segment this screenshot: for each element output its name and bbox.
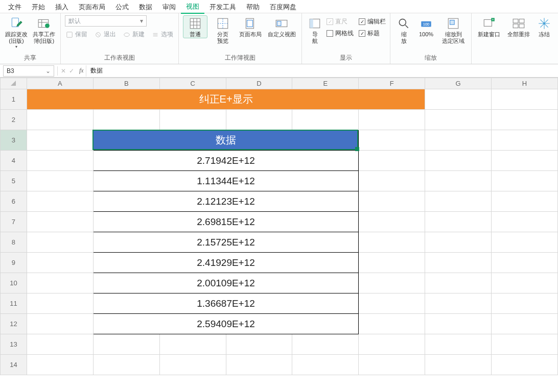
- cell[interactable]: [359, 355, 425, 375]
- view-options-button[interactable]: 选项: [151, 30, 174, 39]
- cell[interactable]: [492, 253, 558, 273]
- formula-input[interactable]: 数据: [86, 65, 558, 77]
- menu-item-4[interactable]: 公式: [110, 1, 134, 13]
- cell[interactable]: [359, 232, 425, 253]
- row-header[interactable]: 7: [1, 212, 27, 232]
- data-header-cell[interactable]: 数据: [93, 130, 359, 151]
- cell[interactable]: [27, 355, 93, 375]
- col-header[interactable]: B: [93, 78, 159, 89]
- share-workbook-button[interactable]: 共享工作 簿(旧版): [32, 15, 56, 45]
- cell[interactable]: [27, 130, 93, 151]
- col-header[interactable]: F: [359, 78, 425, 89]
- cell[interactable]: [292, 334, 359, 355]
- menu-item-3[interactable]: 页面布局: [74, 1, 110, 13]
- cell[interactable]: [425, 273, 492, 293]
- cell[interactable]: [359, 171, 425, 191]
- cell[interactable]: [492, 151, 558, 171]
- cell[interactable]: [27, 273, 93, 293]
- row-header[interactable]: 2: [1, 110, 27, 130]
- cell[interactable]: [359, 253, 425, 273]
- cell[interactable]: [359, 130, 425, 151]
- data-cell[interactable]: 2.71942E+12: [93, 151, 359, 171]
- data-cell[interactable]: 2.69815E+12: [93, 212, 359, 232]
- menu-item-6[interactable]: 审阅: [157, 1, 181, 13]
- cell[interactable]: [226, 334, 292, 355]
- cell[interactable]: [159, 110, 226, 130]
- cell[interactable]: [425, 110, 492, 130]
- menu-item-0[interactable]: 文件: [3, 1, 27, 13]
- data-cell[interactable]: 2.00109E+12: [93, 273, 359, 293]
- col-header[interactable]: C: [159, 78, 226, 89]
- menu-item-7[interactable]: 视图: [181, 1, 204, 14]
- cell[interactable]: [492, 334, 558, 355]
- cell[interactable]: [27, 191, 93, 212]
- zoom-selection-button[interactable]: 缩放到 选定区域: [439, 15, 467, 45]
- cell[interactable]: [425, 253, 492, 273]
- cell[interactable]: [425, 191, 492, 212]
- gridlines-checkbox[interactable]: 网格线: [327, 29, 354, 38]
- cell[interactable]: [359, 110, 425, 130]
- cell[interactable]: [27, 171, 93, 191]
- headings-checkbox[interactable]: ✓标题: [359, 29, 386, 38]
- cell[interactable]: [93, 355, 159, 375]
- select-all-corner[interactable]: [1, 78, 27, 89]
- cell[interactable]: [425, 334, 492, 355]
- data-cell[interactable]: 2.15725E+12: [93, 232, 359, 253]
- normal-view-button[interactable]: 普通: [183, 15, 207, 38]
- data-cell[interactable]: 2.59409E+12: [93, 314, 359, 334]
- cell[interactable]: [492, 110, 558, 130]
- cell[interactable]: [226, 110, 292, 130]
- data-cell[interactable]: 2.12123E+12: [93, 191, 359, 212]
- cell[interactable]: [226, 355, 292, 375]
- cell[interactable]: [359, 334, 425, 355]
- data-cell[interactable]: 2.41929E+12: [93, 253, 359, 273]
- data-cell[interactable]: 1.11344E+12: [93, 171, 359, 191]
- page-break-button[interactable]: 分页 预览: [211, 15, 235, 45]
- zoom-100-button[interactable]: 100 100%: [416, 15, 436, 38]
- row-header[interactable]: 10: [1, 273, 27, 293]
- menu-item-1[interactable]: 开始: [27, 1, 50, 13]
- cell[interactable]: [27, 212, 93, 232]
- cell[interactable]: [159, 355, 226, 375]
- view-select[interactable]: 默认: [65, 15, 147, 27]
- cell[interactable]: [359, 191, 425, 212]
- row-header[interactable]: 11: [1, 293, 27, 314]
- cell[interactable]: [492, 89, 558, 110]
- row-header[interactable]: 1: [1, 89, 27, 110]
- menu-item-10[interactable]: 百度网盘: [265, 1, 301, 13]
- cancel-icon[interactable]: ✕: [61, 67, 66, 75]
- cell[interactable]: [492, 171, 558, 191]
- cell[interactable]: [359, 314, 425, 334]
- cell[interactable]: [492, 355, 558, 375]
- cell[interactable]: [492, 130, 558, 151]
- row-header[interactable]: 4: [1, 151, 27, 171]
- new-window-button[interactable]: + 新建窗口: [476, 15, 502, 38]
- cell[interactable]: [492, 232, 558, 253]
- cell[interactable]: [27, 110, 93, 130]
- row-header[interactable]: 3: [1, 130, 27, 151]
- cell[interactable]: [292, 110, 359, 130]
- cell[interactable]: [492, 273, 558, 293]
- row-header[interactable]: 8: [1, 232, 27, 253]
- col-header[interactable]: G: [425, 78, 492, 89]
- row-header[interactable]: 9: [1, 253, 27, 273]
- menu-item-8[interactable]: 开发工具: [204, 1, 241, 13]
- zoom-button[interactable]: 缩 放: [394, 15, 413, 45]
- cell[interactable]: [492, 314, 558, 334]
- exit-view-button[interactable]: 退出: [94, 30, 117, 39]
- name-box[interactable]: B3: [3, 65, 54, 77]
- cell[interactable]: [27, 334, 93, 355]
- cell[interactable]: [27, 151, 93, 171]
- cell[interactable]: [27, 293, 93, 314]
- keep-view-button[interactable]: 保留: [65, 30, 88, 39]
- cell[interactable]: [425, 212, 492, 232]
- cell[interactable]: [359, 273, 425, 293]
- arrange-all-button[interactable]: 全部重排: [505, 15, 532, 38]
- col-header[interactable]: H: [492, 78, 558, 89]
- cell[interactable]: [425, 355, 492, 375]
- menu-item-9[interactable]: 帮助: [241, 1, 265, 13]
- custom-view-button[interactable]: 自定义视图: [266, 15, 297, 38]
- cell[interactable]: [425, 314, 492, 334]
- fx-icon[interactable]: fx: [77, 67, 86, 75]
- cell[interactable]: [27, 253, 93, 273]
